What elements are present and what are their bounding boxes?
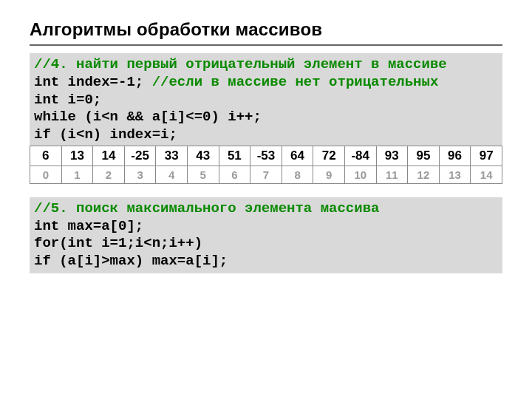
arr-idx: 10 xyxy=(344,166,376,183)
arr-idx: 4 xyxy=(156,166,188,183)
array-table: 6 13 14 -25 33 43 51 -53 64 72 -84 93 95… xyxy=(30,146,502,184)
code-max-decl: int max=a[0]; xyxy=(34,218,143,234)
arr-idx: 7 xyxy=(250,166,282,183)
arr-idx: 5 xyxy=(187,166,219,183)
arr-val: -25 xyxy=(124,146,156,166)
code-for: for(int i=1;i<n;i++) xyxy=(34,235,202,251)
arr-val: 13 xyxy=(61,146,93,166)
code-i-decl: int i=0; xyxy=(34,92,101,108)
arr-val: 6 xyxy=(30,146,62,166)
array-values-row: 6 13 14 -25 33 43 51 -53 64 72 -84 93 95… xyxy=(30,146,502,166)
code-block-2: //5. поиск максимального элемента массив… xyxy=(30,197,502,273)
arr-idx: 1 xyxy=(61,166,93,183)
arr-idx: 3 xyxy=(124,166,156,183)
arr-val: 64 xyxy=(282,146,313,166)
arr-idx: 14 xyxy=(471,166,502,183)
arr-val: -84 xyxy=(344,146,376,166)
arr-val: 97 xyxy=(471,146,502,166)
arr-idx: 6 xyxy=(219,166,250,183)
code-block-1: //4. найти первый отрицательный элемент … xyxy=(30,53,502,147)
comment-5-desc: //5. поиск максимального элемента массив… xyxy=(34,200,379,216)
arr-idx: 9 xyxy=(313,166,345,183)
comment-no-neg: //если в массиве нет отрицательных xyxy=(152,74,439,90)
arr-val: 93 xyxy=(376,146,408,166)
code-while: while (i<n && a[i]<=0) i++; xyxy=(34,109,262,125)
array-table-wrap: 6 13 14 -25 33 43 51 -53 64 72 -84 93 95… xyxy=(30,146,502,184)
arr-val: 14 xyxy=(93,146,125,166)
arr-idx: 0 xyxy=(30,166,62,183)
arr-idx: 11 xyxy=(376,166,408,183)
arr-idx: 8 xyxy=(282,166,313,183)
arr-val: 33 xyxy=(156,146,188,166)
code-if-assign: if (i<n) index=i; xyxy=(34,126,177,143)
page-title: Алгоритмы обработки массивов xyxy=(30,19,502,40)
arr-val: -53 xyxy=(250,146,282,166)
arr-val: 43 xyxy=(187,146,219,166)
arr-val: 51 xyxy=(219,146,250,166)
arr-idx: 12 xyxy=(408,166,440,183)
comment-4-desc: //4. найти первый отрицательный элемент … xyxy=(34,56,447,72)
array-index-row: 0 1 2 3 4 5 6 7 8 9 10 11 12 13 14 xyxy=(30,166,502,183)
arr-val: 72 xyxy=(313,146,345,166)
arr-idx: 2 xyxy=(93,166,125,183)
arr-val: 95 xyxy=(408,146,440,166)
arr-val: 96 xyxy=(439,146,471,166)
code-if-max: if (a[i]>max) max=a[i]; xyxy=(34,253,228,269)
arr-idx: 13 xyxy=(439,166,471,183)
title-divider xyxy=(30,44,502,46)
code-index-decl: int index=-1; xyxy=(34,74,152,90)
